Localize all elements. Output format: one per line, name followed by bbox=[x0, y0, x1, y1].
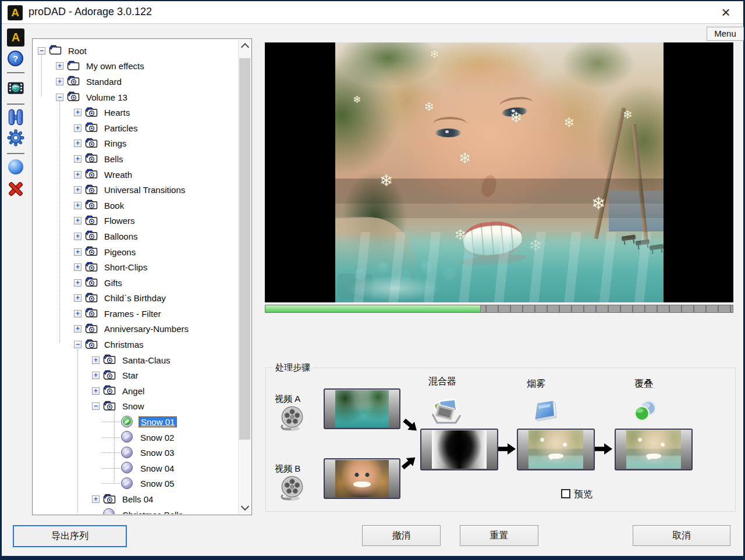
tree-item-christmas[interactable]: −Christmas bbox=[33, 337, 238, 352]
tree-item-pigeons[interactable]: +Pigeons bbox=[33, 244, 238, 260]
close-window-button[interactable]: × bbox=[718, 5, 734, 21]
smoke-icon bbox=[531, 399, 558, 426]
render-sphere-icon[interactable] bbox=[8, 159, 23, 174]
tree-item-rings[interactable]: +Rings bbox=[33, 136, 238, 152]
tree-expander-plus[interactable]: + bbox=[74, 202, 81, 209]
tree-expander-plus[interactable]: + bbox=[74, 233, 81, 240]
tree-expander-plus[interactable]: + bbox=[74, 140, 81, 147]
adorage-logo-icon[interactable]: A bbox=[7, 28, 24, 47]
scroll-down-button[interactable] bbox=[239, 501, 251, 514]
tree-expander-plus[interactable]: + bbox=[74, 155, 81, 163]
tree-expander-plus[interactable]: + bbox=[74, 294, 81, 302]
undo-button[interactable]: 撤消 bbox=[362, 525, 441, 546]
help-icon[interactable]: ? bbox=[8, 51, 23, 66]
tree-expander-plus[interactable]: + bbox=[74, 263, 81, 271]
video-a-thumbnail[interactable] bbox=[324, 388, 400, 429]
folder-disc-icon bbox=[102, 370, 117, 381]
app-logo-icon: A bbox=[8, 5, 23, 20]
tree-scrollbar[interactable] bbox=[238, 40, 251, 514]
tree-expander-minus[interactable]: − bbox=[74, 341, 81, 348]
tree-item-anniversary-numbers[interactable]: +Anniversary-Numbers bbox=[33, 322, 238, 337]
video-b-thumbnail[interactable] bbox=[324, 458, 400, 499]
tree-item-universal-transitions[interactable]: +Universal Transitions bbox=[33, 182, 238, 198]
tree-item-volume-13[interactable]: −Volume 13 bbox=[33, 90, 238, 105]
scroll-up-button[interactable] bbox=[239, 40, 251, 52]
tree-item-label: Anniversary-Numbers bbox=[102, 323, 190, 334]
tree-expander-plus[interactable]: + bbox=[92, 495, 100, 503]
preview-checkbox[interactable] bbox=[561, 489, 570, 498]
tree-expander-plus[interactable]: + bbox=[74, 171, 81, 179]
export-sequence-button[interactable]: 导出序列 bbox=[13, 525, 127, 547]
tree-item-root[interactable]: −Root bbox=[33, 43, 238, 59]
binoculars-icon[interactable] bbox=[8, 109, 23, 126]
tree-item-book[interactable]: +Book bbox=[33, 198, 238, 213]
tree-expander-plus[interactable]: + bbox=[74, 124, 81, 132]
settings-gear-icon[interactable] bbox=[7, 129, 24, 147]
overlay-thumbnail[interactable] bbox=[615, 429, 693, 470]
cancel-button[interactable]: 取消 bbox=[633, 525, 730, 546]
folder-disc-icon bbox=[84, 169, 99, 180]
folder-disc-icon bbox=[84, 153, 99, 165]
preview-progress-bar[interactable] bbox=[265, 305, 733, 313]
mixer-label: 混合器 bbox=[428, 376, 456, 388]
tree-item-gifts[interactable]: +Gifts bbox=[33, 275, 238, 291]
tree-expander-plus[interactable]: + bbox=[74, 325, 81, 333]
mixer-thumbnail[interactable] bbox=[420, 429, 498, 470]
tree-item-bells[interactable]: +Bells bbox=[33, 151, 238, 167]
tree-expander-minus[interactable]: − bbox=[56, 94, 63, 101]
tree-item-santa-claus[interactable]: +Santa-Claus bbox=[33, 352, 238, 368]
tree-expander-plus[interactable]: + bbox=[74, 109, 81, 116]
tree-item-child-s-birthday[interactable]: +Child`s Birthday bbox=[33, 291, 238, 306]
toolbar-separator bbox=[7, 72, 24, 73]
tree-item-particles[interactable]: +Particles bbox=[33, 120, 238, 136]
tree-expander-plus[interactable]: + bbox=[74, 217, 81, 224]
scrollbar-thumb[interactable] bbox=[239, 58, 250, 440]
title-bar: A proDAD - Adorage 3.0.122 × bbox=[2, 1, 743, 24]
tree-item-snow-04[interactable]: Snow 04 bbox=[33, 461, 238, 476]
tree-expander-plus[interactable]: + bbox=[74, 186, 81, 194]
tree-item-label: Standard bbox=[84, 76, 123, 87]
tree-item-snow-02[interactable]: Snow 02 bbox=[33, 430, 238, 445]
tree-item-label: Bells bbox=[102, 154, 125, 165]
folder-disc-icon bbox=[84, 199, 99, 211]
tree-item-snow-01[interactable]: ✓Snow 01 bbox=[33, 414, 238, 430]
preview-monitor-icon[interactable] bbox=[8, 81, 24, 96]
tree-guide bbox=[59, 101, 60, 343]
tree-item-christmas-bells[interactable]: Christmas Bells bbox=[33, 507, 238, 514]
toolbar-separator bbox=[7, 153, 24, 154]
tree-item-label: Snow bbox=[120, 401, 146, 412]
tree-expander-plus[interactable]: + bbox=[56, 62, 63, 70]
tree-expander-plus[interactable]: + bbox=[56, 78, 63, 85]
effects-tree-panel: −Root+My own effects+Standard−Volume 13+… bbox=[32, 38, 252, 515]
tree-expander-plus[interactable]: + bbox=[74, 279, 81, 287]
tree-expander-plus[interactable]: + bbox=[92, 372, 100, 379]
tree-expander-minus[interactable]: − bbox=[92, 402, 100, 410]
tree-expander-plus[interactable]: + bbox=[92, 387, 100, 395]
smoke-thumbnail[interactable] bbox=[517, 429, 595, 470]
tree-item-hearts[interactable]: +Hearts bbox=[33, 105, 238, 120]
tree-item-flowers[interactable]: +Flowers bbox=[33, 213, 238, 229]
tree-item-snow-03[interactable]: Snow 03 bbox=[33, 445, 238, 461]
folder-disc-icon bbox=[84, 323, 99, 335]
tree-item-snow[interactable]: −Snow bbox=[33, 399, 238, 415]
reset-button[interactable]: 重置 bbox=[460, 525, 538, 546]
tree-expander-minus[interactable]: − bbox=[38, 47, 45, 55]
tree-item-short-clips[interactable]: +Short-Clips bbox=[33, 259, 238, 275]
tree-item-standard[interactable]: +Standard bbox=[33, 74, 238, 90]
tree-item-snow-05[interactable]: Snow 05 bbox=[33, 476, 238, 492]
tree-item-my-own-effects[interactable]: +My own effects bbox=[33, 59, 238, 74]
tree-item-balloons[interactable]: +Balloons bbox=[33, 229, 238, 244]
video-preview[interactable]: ❄ ❄ ❄ ❄ ❄ ❄ ❄ ❄ ❄ ❄ ❄ ❄ ❄ bbox=[265, 42, 733, 302]
tree-expander-plus[interactable]: + bbox=[92, 356, 100, 364]
folder-disc-icon bbox=[84, 107, 99, 119]
tree-item-frames-filter[interactable]: +Frames - Filter bbox=[33, 306, 238, 322]
tree-item-label: Christmas Bells bbox=[120, 509, 185, 514]
delete-red-x-icon[interactable] bbox=[7, 180, 24, 198]
tree-item-star[interactable]: +Star bbox=[33, 368, 238, 383]
menu-button[interactable]: Menu bbox=[707, 27, 744, 41]
tree-item-angel[interactable]: +Angel bbox=[33, 383, 238, 399]
tree-item-wreath[interactable]: +Wreath bbox=[33, 167, 238, 183]
tree-item-bells-04[interactable]: +Bells 04 bbox=[33, 491, 238, 507]
tree-expander-plus[interactable]: + bbox=[74, 310, 81, 318]
tree-expander-plus[interactable]: + bbox=[74, 248, 81, 256]
